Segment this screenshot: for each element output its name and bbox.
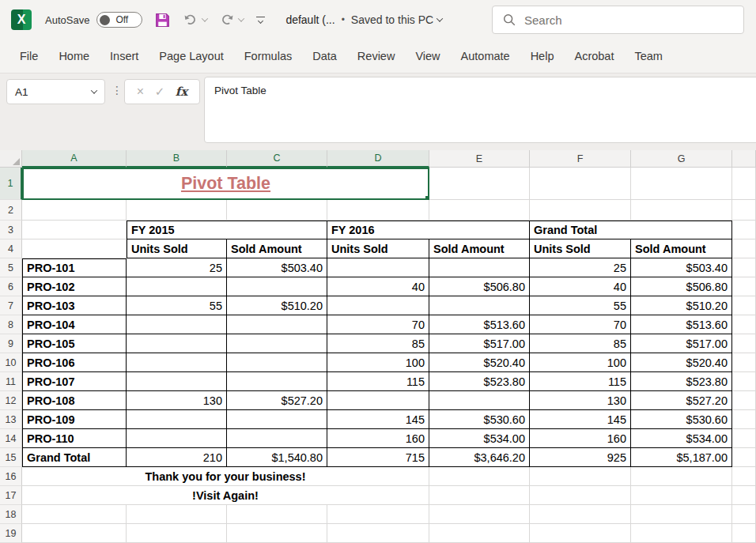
row-header-3[interactable]: 3 bbox=[0, 221, 22, 239]
customize-toolbar-button[interactable] bbox=[256, 17, 265, 23]
data-cell[interactable]: $534.00 bbox=[631, 429, 732, 448]
data-cell[interactable] bbox=[227, 277, 327, 296]
cell-h19[interactable] bbox=[732, 524, 756, 543]
data-cell[interactable]: 160 bbox=[327, 429, 429, 448]
data-cell[interactable] bbox=[127, 315, 227, 334]
cell-g1[interactable] bbox=[631, 168, 732, 200]
cell-a2[interactable] bbox=[22, 200, 127, 221]
row-header-17[interactable]: 17 bbox=[0, 486, 22, 505]
cell-h1[interactable] bbox=[732, 168, 756, 200]
cell-h10[interactable] bbox=[732, 353, 756, 372]
row-label[interactable]: PRO-101 bbox=[22, 258, 127, 277]
row-header-13[interactable]: 13 bbox=[0, 410, 22, 429]
cell-h15[interactable] bbox=[732, 448, 756, 467]
cell-a4[interactable] bbox=[22, 239, 127, 258]
data-cell[interactable]: 130 bbox=[127, 391, 227, 410]
data-cell[interactable]: 130 bbox=[530, 391, 631, 410]
data-cell[interactable] bbox=[227, 429, 327, 448]
cell-a3[interactable] bbox=[22, 221, 127, 239]
data-cell[interactable] bbox=[127, 334, 227, 353]
cell-h7[interactable] bbox=[732, 296, 756, 315]
data-cell[interactable]: $506.80 bbox=[631, 277, 732, 296]
tab-team[interactable]: Team bbox=[624, 40, 672, 73]
cell-h16[interactable] bbox=[732, 467, 756, 486]
cell-e18[interactable] bbox=[429, 505, 530, 524]
redo-button[interactable] bbox=[219, 12, 244, 28]
row-header-15[interactable]: 15 bbox=[0, 448, 22, 467]
data-cell[interactable] bbox=[227, 410, 327, 429]
excel-logo-icon[interactable]: X bbox=[11, 9, 32, 30]
tab-help[interactable]: Help bbox=[520, 40, 565, 73]
name-box[interactable]: A1 bbox=[6, 79, 105, 104]
data-cell[interactable] bbox=[327, 296, 429, 315]
saved-status-chevron-icon[interactable] bbox=[437, 15, 443, 21]
data-cell[interactable]: $503.40 bbox=[227, 258, 327, 277]
cell-g2[interactable] bbox=[631, 200, 732, 221]
tab-file[interactable]: File bbox=[9, 40, 48, 73]
cell-h13[interactable] bbox=[732, 410, 756, 429]
cell-e1[interactable] bbox=[429, 168, 530, 200]
insert-function-icon[interactable]: fx bbox=[176, 85, 187, 99]
cell-g18[interactable] bbox=[631, 505, 732, 524]
cell-f2[interactable] bbox=[530, 200, 631, 221]
data-cell[interactable]: $520.40 bbox=[631, 353, 732, 372]
row-header-8[interactable]: 8 bbox=[0, 315, 22, 334]
cell-d2[interactable] bbox=[327, 200, 429, 221]
data-cell[interactable]: $520.40 bbox=[429, 353, 530, 372]
cell-d19[interactable] bbox=[327, 524, 429, 543]
data-cell[interactable]: 100 bbox=[530, 353, 631, 372]
data-cell[interactable] bbox=[127, 277, 227, 296]
data-cell[interactable]: $506.80 bbox=[429, 277, 530, 296]
row-header-1[interactable]: 1 bbox=[0, 168, 22, 200]
data-cell[interactable] bbox=[127, 410, 227, 429]
data-cell[interactable]: 100 bbox=[327, 353, 429, 372]
col-header-d[interactable]: D bbox=[327, 150, 429, 168]
formula-bar-handle-icon[interactable]: ⋮ bbox=[112, 84, 123, 96]
col-header-g[interactable]: G bbox=[631, 150, 732, 168]
data-cell[interactable] bbox=[127, 372, 227, 391]
cell-h11[interactable] bbox=[732, 372, 756, 391]
undo-dropdown-icon[interactable] bbox=[202, 15, 208, 21]
data-cell[interactable] bbox=[127, 353, 227, 372]
col-header-a[interactable]: A bbox=[22, 150, 127, 168]
document-title[interactable]: default (... bbox=[285, 13, 335, 26]
row-header-12[interactable]: 12 bbox=[0, 391, 22, 410]
data-cell[interactable]: 25 bbox=[530, 258, 631, 277]
data-cell[interactable]: 70 bbox=[327, 315, 429, 334]
row-header-6[interactable]: 6 bbox=[0, 277, 22, 296]
sub-header[interactable]: Units Sold bbox=[530, 239, 631, 258]
tab-home[interactable]: Home bbox=[48, 40, 100, 73]
saved-status-label[interactable]: Saved to this PC bbox=[351, 13, 433, 26]
data-cell[interactable]: $510.20 bbox=[227, 296, 327, 315]
cell-g19[interactable] bbox=[631, 524, 732, 543]
cell-b19[interactable] bbox=[127, 524, 227, 543]
row-header-7[interactable]: 7 bbox=[0, 296, 22, 315]
cell-f17[interactable] bbox=[530, 486, 631, 505]
data-cell[interactable]: $523.80 bbox=[631, 372, 732, 391]
row-label[interactable]: PRO-110 bbox=[22, 429, 127, 448]
tab-formulas[interactable]: Formulas bbox=[234, 40, 302, 73]
data-cell[interactable]: $510.20 bbox=[631, 296, 732, 315]
data-cell[interactable]: $527.20 bbox=[227, 391, 327, 410]
search-box[interactable] bbox=[492, 6, 744, 34]
cell-h3[interactable] bbox=[732, 221, 756, 239]
tab-insert[interactable]: Insert bbox=[100, 40, 149, 73]
formula-bar[interactable]: Pivot Table bbox=[204, 77, 756, 143]
row-header-14[interactable]: 14 bbox=[0, 429, 22, 448]
data-cell[interactable] bbox=[227, 334, 327, 353]
row-label[interactable]: PRO-104 bbox=[22, 315, 127, 334]
row-label[interactable]: PRO-107 bbox=[22, 372, 127, 391]
data-cell[interactable]: $534.00 bbox=[429, 429, 530, 448]
data-cell[interactable]: 145 bbox=[327, 410, 429, 429]
data-cell[interactable]: 115 bbox=[327, 372, 429, 391]
cell-b18[interactable] bbox=[127, 505, 227, 524]
data-cell[interactable]: 70 bbox=[530, 315, 631, 334]
tab-view[interactable]: View bbox=[405, 40, 450, 73]
data-cell[interactable] bbox=[227, 315, 327, 334]
data-cell[interactable]: 85 bbox=[530, 334, 631, 353]
select-all-corner[interactable] bbox=[0, 150, 22, 168]
cell-h17[interactable] bbox=[732, 486, 756, 505]
redo-dropdown-icon[interactable] bbox=[238, 15, 244, 21]
row-label[interactable]: PRO-105 bbox=[22, 334, 127, 353]
data-cell[interactable]: $517.00 bbox=[631, 334, 732, 353]
